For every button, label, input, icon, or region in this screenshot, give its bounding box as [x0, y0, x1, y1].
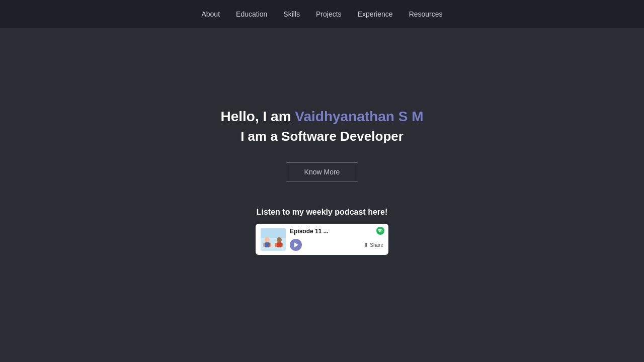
podcast-play-button[interactable] [290, 239, 302, 251]
svg-point-7 [277, 237, 282, 242]
svg-point-5 [265, 237, 270, 242]
podcast-thumbnail [261, 228, 286, 251]
nav-experience[interactable]: Experience [358, 10, 393, 18]
svg-rect-6 [265, 242, 270, 247]
hero-subtitle: I am a Software Developer [240, 129, 404, 144]
svg-rect-8 [277, 242, 282, 247]
nav-skills[interactable]: Skills [283, 10, 300, 18]
podcast-info: Episode 11 ... ⬆ Share [290, 228, 383, 251]
share-label: Share [370, 242, 383, 248]
spotify-icon [376, 227, 384, 235]
podcast-episode-title: Episode 11 ... [290, 228, 383, 235]
podcast-section: Listen to my weekly podcast here! [256, 208, 388, 255]
share-icon: ⬆ [364, 242, 368, 248]
podcast-controls: ⬆ Share [290, 239, 383, 251]
nav-projects[interactable]: Projects [316, 10, 342, 18]
hero-name: Vaidhyanathan S M [295, 109, 423, 124]
podcast-share-button[interactable]: ⬆ Share [364, 242, 383, 248]
podcast-illustration [261, 228, 286, 251]
nav-about[interactable]: About [201, 10, 220, 18]
nav-resources[interactable]: Resources [409, 10, 443, 18]
svg-rect-2 [261, 228, 286, 238]
podcast-label: Listen to my weekly podcast here! [257, 208, 388, 217]
know-more-button[interactable]: Know More [286, 162, 359, 182]
nav-education[interactable]: Education [236, 10, 267, 18]
greeting-text: Hello, I am [221, 109, 295, 124]
hero-section: Hello, I am Vaidhyanathan S M I am a Sof… [0, 28, 644, 255]
podcast-card: Episode 11 ... ⬆ Share [256, 224, 388, 255]
hero-greeting: Hello, I am Vaidhyanathan S M [221, 109, 424, 125]
main-nav: About Education Skills Projects Experien… [0, 0, 644, 28]
